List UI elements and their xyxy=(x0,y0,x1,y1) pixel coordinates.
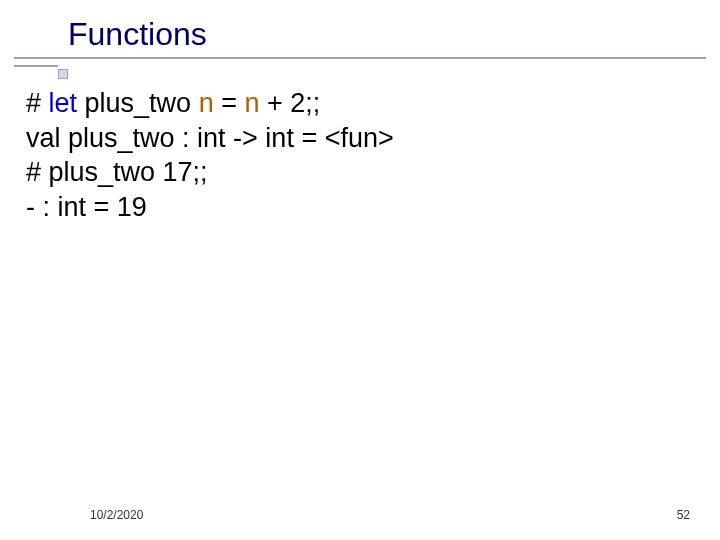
title-block: Functions xyxy=(0,16,720,77)
equals: = xyxy=(214,88,245,118)
rule-long xyxy=(14,57,706,59)
footer-date: 10/2/2020 xyxy=(90,508,143,522)
slide: Functions # let plus_two n = n + 2;; val… xyxy=(0,0,720,540)
prompt: # xyxy=(26,88,49,118)
var-n: n xyxy=(244,88,259,118)
footer-page-number: 52 xyxy=(677,508,690,522)
footer: 10/2/2020 52 xyxy=(0,504,720,522)
expr-tail: + 2;; xyxy=(259,88,320,118)
code-line-1: # let plus_two n = n + 2;; xyxy=(26,86,690,121)
code-block: # let plus_two n = n + 2;; val plus_two … xyxy=(26,86,690,224)
code-line-3: # plus_two 17;; xyxy=(26,155,690,190)
keyword-let: let xyxy=(49,88,78,118)
param-n: n xyxy=(199,88,214,118)
rule-short xyxy=(14,65,58,67)
code-line-4: - : int = 19 xyxy=(26,190,690,225)
title-rule xyxy=(0,57,720,77)
func-name: plus_two xyxy=(77,88,199,118)
bullet-square-icon xyxy=(58,69,68,79)
slide-title: Functions xyxy=(0,16,720,53)
code-line-2: val plus_two : int -> int = <fun> xyxy=(26,121,690,156)
